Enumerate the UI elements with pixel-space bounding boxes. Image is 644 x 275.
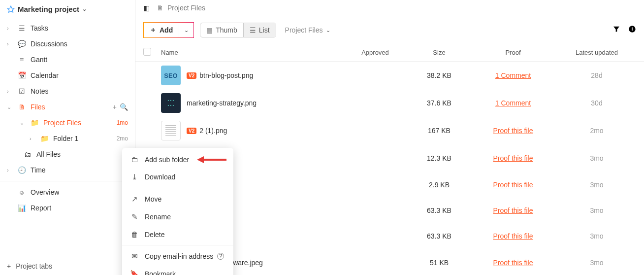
version-badge: V2 [187,72,196,79]
add-label: Add [160,26,173,34]
menu-item-download[interactable]: ⤓ Download [122,168,233,186]
table-row[interactable]: marketing-strategy.png 37.6 KB 1 Comment… [135,89,644,117]
column-name[interactable]: Name [158,49,341,56]
files-subtree: ⌄ 📁 Project Files 1mo › 📁 Folder 1 2mo 🗂… [0,115,135,162]
nav-label: Gantt [31,56,47,64]
proof-link[interactable]: 1 Comment [495,99,531,107]
project-tabs-button[interactable]: + Project tabs [0,257,135,275]
tasks-icon: ☰ [18,24,26,32]
proof-link[interactable]: 1 Comment [495,71,531,79]
proof-link[interactable]: Proof this file [493,206,533,214]
proof-link[interactable]: Proof this file [493,181,533,189]
info-icon[interactable]: i [628,25,636,35]
menu-label: Rename [145,213,171,221]
sidebar-item-overview[interactable]: ⌾ Overview [0,184,135,200]
updated-cell: 30d [557,99,636,107]
add-file-icon[interactable]: + [113,103,117,111]
svg-text:i: i [632,27,633,32]
caret-right-icon: › [7,167,13,173]
help-icon[interactable]: ? [217,253,224,260]
file-name: 2 (1).png [199,127,227,135]
version-badge: V2 [187,128,196,134]
sidebar: Marketing project ⌄ › ☰ Tasks › 💬 Discus… [0,0,135,275]
updated-cell: 3mo [557,154,636,162]
column-updated[interactable]: Latest updated [557,49,636,56]
nav-label: Project Files [43,119,81,127]
folder-icon: 📁 [31,119,38,127]
caret-right-icon: › [30,136,35,141]
column-approved[interactable]: Approved [341,49,410,56]
sidebar-item-report[interactable]: 📊 Report [0,200,135,216]
view-toggle: ▦ Thumb ☰ List [200,23,276,37]
sidebar-item-files[interactable]: ⌄ 🗎 Files + 🔍 [0,99,135,115]
size-cell: 38.2 KB [410,71,469,79]
sidebar-item-notes[interactable]: › ☑ Notes [0,83,135,99]
plus-icon: ＋ [150,26,157,34]
menu-item-delete[interactable]: 🗑 Delete [122,226,233,243]
file-thumbnail [161,121,181,140]
add-dropdown-caret[interactable]: ⌄ [179,24,193,36]
menu-item-move[interactable]: ↗ Move [122,190,233,208]
annotation-arrow [197,155,226,165]
plus-icon: + [7,262,11,270]
caret-right-icon: › [7,88,13,94]
project-selector[interactable]: Marketing project ⌄ [0,0,135,18]
size-cell: 167 KB [410,127,469,135]
table-header: Name Approved Size Proof Latest updated [135,44,644,62]
proof-link[interactable]: Proof this file [493,127,533,135]
thumb-label: Thumb [216,26,237,34]
project-tabs-label: Project tabs [16,262,52,270]
caret-down-icon: ⌄ [20,120,26,126]
menu-item-bookmark[interactable]: 🔖 Bookmark [122,265,233,275]
view-thumb-button[interactable]: ▦ Thumb [200,23,243,37]
menu-item-copy-email[interactable]: ✉ Copy email-in address ? [122,247,233,265]
caret-right-icon: › [7,41,13,47]
menu-item-rename[interactable]: ✎ Rename [122,208,233,226]
column-proof[interactable]: Proof [469,49,557,56]
trash-icon: 🗑 [130,230,139,239]
main-breadcrumb-bar: ◧ 🗎 Project Files [135,0,644,16]
bookmark-icon: 🔖 [130,270,139,275]
updated-cell: 3mo [557,181,636,189]
panel-toggle-icon[interactable]: ◧ [143,4,150,12]
list-icon: ☰ [250,26,256,34]
file-name: btn-blog-post.png [199,71,253,79]
proof-link[interactable]: Proof this file [493,259,533,267]
notes-icon: ☑ [18,87,26,95]
view-list-button[interactable]: ☰ List [243,23,276,37]
add-button[interactable]: ＋ Add ⌄ [143,22,194,38]
proof-link[interactable]: Proof this file [493,154,533,162]
nav-label: All Files [36,150,61,158]
table-row[interactable]: V2 2 (1).png 167 KB Proof this file 2mo [135,117,644,144]
sidebar-item-gantt[interactable]: ≡ Gantt [0,52,135,68]
nav-label: Calendar [31,71,59,79]
envelope-icon: ✉ [130,252,139,261]
file-icon: 🗎 [157,4,163,12]
select-all-checkbox[interactable] [143,48,151,56]
menu-label: Move [145,195,161,203]
search-icon[interactable]: 🔍 [120,103,128,111]
time-ago: 2mo [117,135,128,142]
sidebar-item-discussions[interactable]: › 💬 Discussions [0,36,135,52]
sidebar-item-folder-1[interactable]: › 📁 Folder 1 2mo [20,131,135,146]
files-stack-icon: 🗂 [24,150,32,158]
sidebar-item-time[interactable]: › 🕘 Time [0,162,135,178]
move-icon: ↗ [130,195,139,204]
nav-label: Overview [31,188,59,196]
folder-dropdown[interactable]: Project Files ⌄ [282,26,333,34]
caret-down-icon: ⌄ [7,104,13,110]
breadcrumb-label: Project Files [167,4,205,12]
sidebar-item-all-files[interactable]: 🗂 All Files [10,146,135,162]
proof-link[interactable]: Proof this file [493,232,533,240]
files-icon: 🗎 [18,103,26,111]
sidebar-item-calendar[interactable]: 📅 Calendar [0,68,135,83]
sidebar-item-tasks[interactable]: › ☰ Tasks [0,20,135,36]
calendar-icon: 📅 [18,71,26,79]
size-cell: 12.3 KB [410,154,469,162]
sidebar-item-project-files[interactable]: ⌄ 📁 Project Files 1mo [10,115,135,131]
clock-icon: 🕘 [18,166,26,174]
table-row[interactable]: SEO V2 btn-blog-post.png 38.2 KB 1 Comme… [135,62,644,89]
filter-icon[interactable] [612,25,620,35]
nav-label: Report [31,204,51,212]
column-size[interactable]: Size [410,49,469,56]
